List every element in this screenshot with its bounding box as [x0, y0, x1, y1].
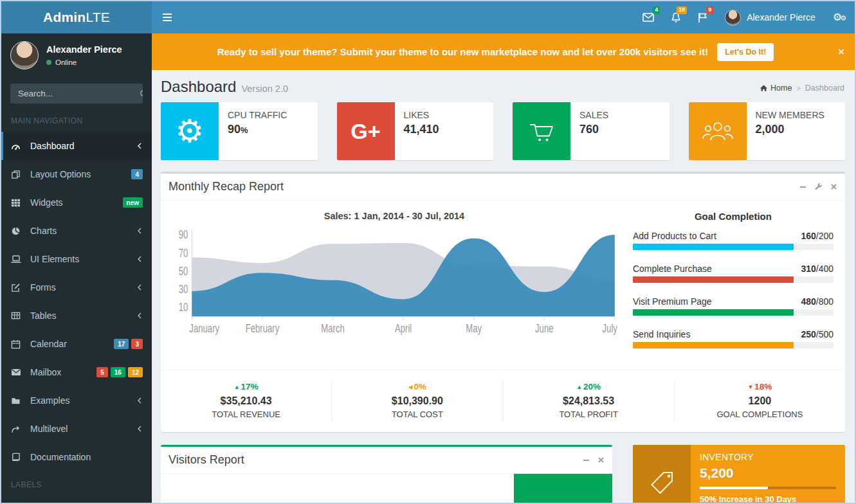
box-header: Monthly Recap Report	[161, 174, 845, 201]
sidebar-section-header: MAIN NAVIGATION	[1, 107, 152, 132]
box-body: Sales: 1 Jan, 2014 - 30 Jul, 2014 907050…	[161, 201, 845, 370]
progress-bar	[633, 276, 794, 283]
sidebar-item-documentation[interactable]: Documentation	[1, 443, 152, 471]
sidebar-item-label: Multilevel	[30, 424, 136, 434]
sidebar-item-mailbox[interactable]: Mailbox 5 16 12	[1, 358, 152, 386]
sidebar-item-label: Examples	[30, 395, 136, 406]
control-sidebar-toggle[interactable]: ⚙⚙	[824, 1, 855, 33]
sidebar-section-header: LABELS	[1, 471, 152, 496]
gears-icon: ⚙⚙	[833, 12, 846, 22]
caret-up-icon: ▲	[234, 384, 240, 390]
user-status: Online	[46, 59, 122, 66]
avatar	[10, 41, 39, 69]
marketplace-banner: Ready to sell your theme? Submit your th…	[152, 33, 855, 70]
inventory-progress-track	[700, 487, 836, 489]
sidebar-item-layout-options[interactable]: Layout Options 4	[1, 160, 152, 188]
stat-goal-completions: ▼18% 1200 GOAL COMPLETIONS	[675, 379, 845, 422]
chevron-left-icon	[136, 255, 143, 263]
hamburger-icon	[162, 13, 172, 22]
content-header: Dashboard Version 2.0 Home > Dashboard	[152, 70, 855, 101]
sidebar-item-label: Charts	[30, 226, 136, 236]
close-icon[interactable]	[830, 183, 837, 190]
navbar-right: 4 10 9 Alexander Pierce ⚙⚙	[634, 1, 855, 33]
sidebar-item-label: Widgets	[30, 197, 123, 208]
files-icon	[11, 170, 30, 179]
pie-chart-icon	[11, 226, 30, 236]
sidebar-item-tables[interactable]: Tables	[1, 302, 152, 330]
chevron-left-icon	[136, 142, 143, 150]
close-icon[interactable]: ×	[838, 46, 844, 59]
svg-text:March: March	[321, 322, 345, 334]
info-box-label: CPU TRAFFIC	[228, 110, 287, 120]
messages-badge: 4	[653, 6, 660, 14]
visitors-report-box: Visitors Report	[161, 445, 612, 503]
svg-text:February: February	[246, 322, 280, 334]
brand-logo[interactable]: AdminLTE	[1, 1, 152, 33]
info-box-label: SALES	[579, 110, 608, 120]
user-name: Alexander Pierce	[747, 12, 815, 22]
online-dot-icon	[46, 60, 51, 65]
breadcrumb-home[interactable]: Home	[760, 84, 792, 93]
edit-icon	[11, 283, 30, 292]
svg-text:50: 50	[179, 265, 188, 277]
cart-icon	[513, 102, 570, 160]
chevron-left-icon	[136, 425, 143, 433]
sidebar-item-label: Tables	[30, 310, 136, 321]
sidebar-item-examples[interactable]: Examples	[1, 386, 152, 415]
book-icon	[11, 453, 30, 462]
sidebar-item-forms[interactable]: Forms	[1, 273, 152, 302]
goal-completion-panel: Goal Completion Add Products to Cart1602…	[624, 207, 839, 363]
google-plus-icon: G+	[337, 102, 395, 160]
minimize-button[interactable]	[583, 456, 590, 464]
content-wrapper: Ready to sell your theme? Submit your th…	[152, 33, 855, 503]
info-box-label: NEW MEMBERS	[756, 110, 824, 120]
goal-send-inquiries: Send Inquiries250500	[633, 329, 833, 348]
inventory-label: INVENTORY	[700, 452, 836, 462]
stat-total-profit: ▲20% $24,813.53 TOTAL PROFIT	[504, 379, 675, 422]
inventory-value: 5,200	[700, 465, 836, 481]
share-arrow-icon	[11, 425, 30, 433]
main-header: AdminLTE 4 10 9	[1, 1, 855, 33]
sidebar-toggle-button[interactable]	[152, 1, 183, 33]
notifications-menu[interactable]: 10	[662, 1, 689, 33]
svg-text:January: January	[189, 322, 219, 334]
count-badge: 16	[111, 367, 125, 377]
tasks-badge: 9	[706, 6, 713, 14]
info-box-cpu-traffic: ⚙ CPU TRAFFIC 90%	[161, 102, 318, 160]
sidebar-item-ui-elements[interactable]: UI Elements	[1, 245, 152, 273]
svg-text:90: 90	[179, 228, 188, 240]
home-icon	[760, 84, 768, 92]
visitors-sparkline-panel	[514, 474, 612, 503]
chevron-left-icon	[136, 397, 143, 404]
sidebar-item-widgets[interactable]: Widgets new	[1, 188, 152, 217]
tasks-menu[interactable]: 9	[689, 1, 716, 33]
monthly-recap-box: Monthly Recap Report Sales: 1 Jan, 2014 …	[161, 172, 845, 432]
close-icon[interactable]	[597, 456, 605, 464]
brand-bold: Admin	[43, 10, 86, 25]
progress-track	[633, 276, 833, 283]
page-subtitle: Version 2.0	[241, 84, 288, 94]
sidebar-item-calendar[interactable]: Calendar 17 3	[1, 330, 152, 358]
lets-do-it-button[interactable]: Let's Do It!	[717, 43, 774, 61]
count-badge: 3	[131, 339, 143, 349]
minimize-button[interactable]	[799, 183, 806, 190]
svg-text:30: 30	[179, 283, 188, 295]
envelope-icon	[11, 368, 30, 376]
sidebar-user-name: Alexander Pierce	[46, 44, 122, 55]
sidebar-item-label: Dashboard	[30, 141, 136, 151]
main-sidebar: Alexander Pierce Online MAIN NAVIGATION …	[1, 33, 152, 503]
sidebar-item-label: Calendar	[30, 339, 114, 349]
user-menu[interactable]: Alexander Pierce	[716, 1, 824, 33]
inventory-box: INVENTORY 5,200 50% Increase in 30 Days	[633, 445, 845, 503]
search-button[interactable]	[140, 84, 143, 104]
search-input[interactable]	[10, 84, 140, 104]
caret-down-icon: ▼	[747, 384, 753, 390]
goal-complete-purchase: Complete Purchase310400	[633, 264, 833, 283]
sidebar-item-charts[interactable]: Charts	[1, 217, 152, 245]
sidebar-item-multilevel[interactable]: Multilevel	[1, 415, 152, 443]
wrench-icon[interactable]	[814, 183, 823, 191]
messages-menu[interactable]: 4	[634, 1, 662, 33]
sidebar-search	[10, 84, 143, 104]
sidebar-item-dashboard[interactable]: Dashboard	[1, 132, 152, 160]
page-title: Dashboard	[161, 78, 236, 96]
